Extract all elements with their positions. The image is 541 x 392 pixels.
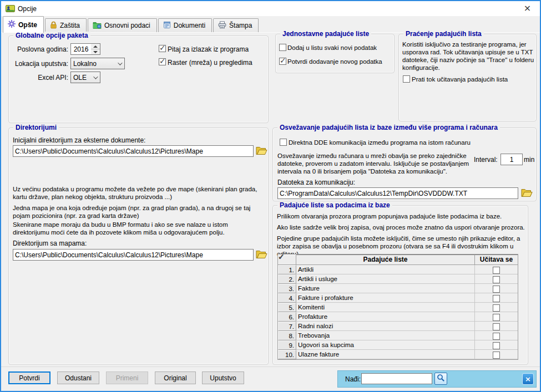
db-lists-table-body: 1. Artikli 2. Artikli i usluge 3. Faktur… [278,265,518,359]
row-name[interactable]: Fakture i profakture [296,293,475,303]
tab-label: Osnovni podaci [104,22,150,29]
group-title: Osvežavanje padajućih lista iz baze izme… [277,124,500,131]
row-check-cell[interactable] [475,303,518,312]
row-name[interactable]: Artikli [296,265,475,274]
potvrdi-button[interactable]: Potvrdi [8,371,50,384]
name-column-header[interactable]: Padajuće liste [296,254,475,265]
row-checkbox[interactable] [493,304,500,312]
search-panel-close-button[interactable]: × [522,373,534,385]
row-checkbox[interactable] [493,276,500,283]
row-check-cell[interactable] [475,322,518,331]
tab-dokumenti[interactable]: Dokumenti [158,18,212,32]
initial-dir-label: Inicijalni direktorijum za eksterne doku… [13,136,145,144]
search-icon [437,375,445,384]
app-icon [6,4,15,14]
search-button[interactable] [434,373,447,385]
business-year-spinner[interactable] [91,43,100,55]
row-name[interactable]: Ulazne fakture [296,350,475,359]
tab-osnovni-podaci[interactable]: Osnovni podaci [88,18,157,32]
group-pracenje-lista: Praćenje padajućih lista Koristiti isklj… [398,34,537,121]
original-button[interactable]: Original [155,371,196,384]
row-name[interactable]: Komitenti [296,303,475,312]
row-checkbox[interactable] [493,295,500,302]
directories-para3: Skenirane mape moraju da budu u BMP form… [13,221,265,236]
row-check-cell[interactable] [475,331,518,340]
row-name[interactable]: Radni nalozi [296,322,475,331]
row-checkbox[interactable] [493,352,500,359]
row-checkbox[interactable] [493,323,500,330]
ask-exit-checkbox[interactable] [159,45,166,52]
group-title: Padajuće liste sa podacima iz baze [277,201,392,209]
maps-dir-input[interactable] [13,249,254,261]
uputstvo-button[interactable]: Uputstvo [202,371,244,384]
row-number: 6. [278,312,296,322]
tab-zastita[interactable]: Zaštita [45,18,87,32]
excel-api-select[interactable]: OLE [70,72,100,83]
row-check-cell[interactable] [475,293,518,303]
table-row[interactable]: 2. Artikli i usluge [278,274,518,284]
find-input[interactable] [361,373,432,384]
row-check-cell[interactable] [475,284,518,293]
manual-location-select[interactable]: Lokalno [70,58,125,69]
check-column-header[interactable]: Učitava se [475,254,518,265]
lock-icon [50,21,57,30]
comm-file-browse-button[interactable] [520,187,533,198]
group-title: Praćenje padajućih lista [403,30,484,38]
raster-checkbox[interactable] [159,58,166,65]
row-name[interactable]: Fakture [296,284,475,293]
spinner-down-icon[interactable] [91,49,100,55]
row-name[interactable]: Profakture [296,312,475,322]
comm-file-input[interactable] [277,187,518,199]
options-dialog: Opcije × Opšte Zaštita Osnovni podaci Do… [0,0,541,392]
tab-stampa[interactable]: Štampa [213,18,259,32]
maps-dir-browse-button[interactable] [255,249,267,260]
table-row[interactable]: 5. Komitenti [278,303,518,312]
table-row[interactable]: 6. Profakture [278,312,518,322]
group-jednostavne-liste: Jednostavne padajuće liste Dodaj u listu… [275,34,395,73]
tab-label: Zaštita [60,22,80,29]
table-header-row: Padajuće liste Učitava se [278,254,518,265]
group-globalne-opcije: Globalne opcije paketa Poslovna godina: … [8,35,269,123]
row-check-cell[interactable] [475,340,518,350]
table-row[interactable]: 4. Fakture i profakture [278,293,518,303]
table-row[interactable]: 7. Radni nalozi [278,322,518,331]
document-icon [163,21,171,30]
table-row[interactable]: 8. Trebovanja [278,331,518,340]
row-checkbox[interactable] [493,342,500,349]
initial-dir-input[interactable] [13,145,254,157]
row-check-cell[interactable] [475,274,518,284]
spinner-up-icon[interactable] [91,44,100,49]
add-new-checkbox[interactable] [279,44,286,51]
initial-dir-browse-button[interactable] [255,145,267,156]
row-checkbox[interactable] [493,286,500,293]
row-checkbox[interactable] [493,333,500,340]
close-button[interactable]: × [515,1,540,16]
interval-unit-label: min [524,156,534,164]
row-check-cell[interactable] [475,265,518,274]
track-loading-checkbox[interactable] [403,75,410,83]
table-row[interactable]: 1. Artikli [278,265,518,274]
row-checkbox[interactable] [493,314,500,321]
gear-icon [8,20,16,29]
tab-label: Opšte [18,21,37,29]
table-row[interactable]: 3. Fakture [278,284,518,293]
row-name[interactable]: Artikli i usluge [296,274,475,284]
table-row[interactable]: 10. Ulazne fakture [278,350,518,359]
confirm-add-checkbox[interactable] [279,58,286,65]
row-name[interactable]: Ugovori sa kupcima [296,340,475,350]
dde-checkbox[interactable] [280,139,287,146]
row-checkbox[interactable] [493,267,500,274]
row-check-cell[interactable] [475,312,518,322]
odustani-button[interactable]: Odustani [57,371,99,384]
interval-input[interactable] [500,154,523,165]
row-check-cell[interactable] [475,350,518,359]
table-row[interactable]: 9. Ugovori sa kupcima [278,340,518,350]
interval-label: Interval: [474,156,498,164]
tab-opste[interactable]: Opšte [3,16,44,33]
row-name[interactable]: Trebovanja [296,331,475,340]
group-direktorijumi: Direktorijumi Inicijalni direktorijum za… [8,128,269,365]
directories-para1: Uz većinu podataka u programu možete da … [13,185,265,201]
excel-api-label: Excel API: [9,74,68,82]
business-year-input[interactable] [70,43,92,55]
row-number: 8. [278,331,296,340]
